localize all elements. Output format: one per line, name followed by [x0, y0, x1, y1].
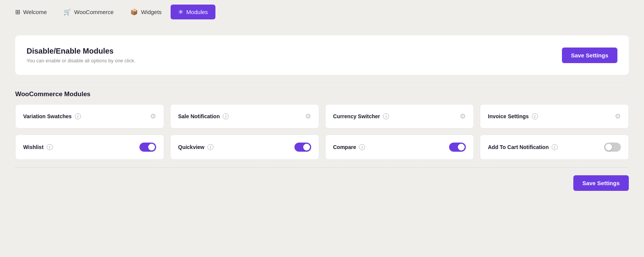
module-name-wishlist: Wishlist	[23, 144, 44, 150]
toggle-add-to-cart-notification-slider	[604, 143, 621, 152]
info-icon-variation-swatches[interactable]: i	[75, 113, 81, 119]
modules-row-2: Wishlist i Quickview i Compare i	[15, 135, 629, 160]
module-card-quickview: Quickview i	[170, 135, 319, 160]
tab-widgets[interactable]: 📦 Widgets	[123, 5, 169, 19]
module-card-add-to-cart-notification: Add To Cart Notification i	[480, 135, 629, 160]
module-name-compare: Compare	[333, 144, 356, 150]
save-settings-bottom-button[interactable]: Save Settings	[573, 175, 629, 191]
module-name-currency-switcher: Currency Switcher	[333, 113, 380, 119]
card-title: Disable/Enable Modules	[27, 47, 135, 56]
toggle-compare[interactable]	[449, 143, 466, 152]
main-content: Disable/Enable Modules You can enable or…	[0, 24, 644, 210]
bottom-save-area: Save Settings	[15, 175, 629, 198]
toggle-wishlist[interactable]	[139, 143, 156, 152]
tab-woocommerce-label: WooCommerce	[74, 9, 114, 15]
module-card-compare: Compare i	[325, 135, 474, 160]
tab-welcome[interactable]: ⊞ Welcome	[8, 5, 54, 19]
info-icon-invoice-settings[interactable]: i	[532, 113, 538, 119]
info-icon-add-to-cart-notification[interactable]: i	[552, 144, 558, 150]
header-card: Disable/Enable Modules You can enable or…	[15, 35, 629, 75]
module-left-variation-swatches: Variation Swatches i	[23, 113, 81, 119]
module-left-quickview: Quickview i	[178, 144, 214, 150]
module-name-quickview: Quickview	[178, 144, 204, 150]
toggle-quickview-slider	[294, 143, 311, 152]
modules-row-1: Variation Swatches i ⚙ Sale Notification…	[15, 104, 629, 128]
woocommerce-icon: 🛒	[63, 8, 71, 16]
info-icon-compare[interactable]: i	[359, 144, 365, 150]
modules-icon: ✳	[178, 8, 183, 16]
gear-icon-variation-swatches[interactable]: ⚙	[150, 112, 156, 121]
module-card-currency-switcher: Currency Switcher i ⚙	[325, 104, 474, 128]
header-divider	[15, 82, 629, 83]
toggle-quickview[interactable]	[294, 143, 311, 152]
module-card-variation-swatches: Variation Swatches i ⚙	[15, 104, 164, 128]
module-left-invoice-settings: Invoice Settings i	[488, 113, 538, 119]
top-navigation: ⊞ Welcome 🛒 WooCommerce 📦 Widgets ✳ Modu…	[0, 0, 644, 24]
save-settings-top-button[interactable]: Save Settings	[562, 48, 617, 63]
card-header: Disable/Enable Modules You can enable or…	[27, 47, 617, 63]
toggle-compare-slider	[449, 143, 466, 152]
module-left-add-to-cart-notification: Add To Cart Notification i	[488, 144, 558, 150]
gear-icon-sale-notification[interactable]: ⚙	[305, 112, 311, 121]
module-card-invoice-settings: Invoice Settings i ⚙	[480, 104, 629, 128]
toggle-wishlist-slider	[139, 143, 156, 152]
bottom-dashed-divider	[15, 167, 629, 168]
welcome-icon: ⊞	[15, 8, 20, 16]
card-header-text: Disable/Enable Modules You can enable or…	[27, 47, 135, 63]
module-card-wishlist: Wishlist i	[15, 135, 164, 160]
info-icon-wishlist[interactable]: i	[47, 144, 53, 150]
module-left-sale-notification: Sale Notification i	[178, 113, 229, 119]
tab-welcome-label: Welcome	[23, 9, 47, 15]
tab-woocommerce[interactable]: 🛒 WooCommerce	[56, 5, 121, 19]
tab-modules[interactable]: ✳ Modules	[171, 5, 215, 19]
card-subtitle: You can enable or disable all options by…	[27, 58, 135, 63]
module-name-add-to-cart-notification: Add To Cart Notification	[488, 144, 549, 150]
toggle-add-to-cart-notification[interactable]	[604, 143, 621, 152]
gear-icon-invoice-settings[interactable]: ⚙	[615, 112, 621, 121]
tab-modules-label: Modules	[186, 9, 208, 15]
info-icon-quickview[interactable]: i	[207, 144, 214, 150]
module-left-currency-switcher: Currency Switcher i	[333, 113, 389, 119]
info-icon-sale-notification[interactable]: i	[223, 113, 229, 119]
widgets-icon: 📦	[130, 8, 138, 16]
module-name-variation-swatches: Variation Swatches	[23, 113, 72, 119]
module-left-wishlist: Wishlist i	[23, 144, 53, 150]
section-heading: WooCommerce Modules	[15, 90, 629, 98]
tab-widgets-label: Widgets	[141, 9, 161, 15]
module-card-sale-notification: Sale Notification i ⚙	[170, 104, 319, 128]
module-left-compare: Compare i	[333, 144, 366, 150]
module-name-sale-notification: Sale Notification	[178, 113, 220, 119]
module-name-invoice-settings: Invoice Settings	[488, 113, 528, 119]
info-icon-currency-switcher[interactable]: i	[383, 113, 389, 119]
gear-icon-currency-switcher[interactable]: ⚙	[460, 112, 466, 121]
